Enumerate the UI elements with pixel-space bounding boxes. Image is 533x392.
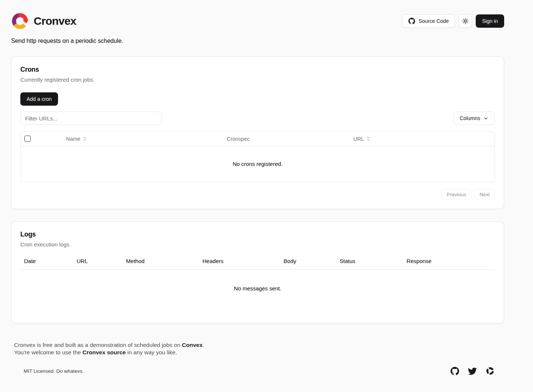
column-header-url[interactable]: URL [350, 132, 495, 146]
logs-column-url: URL [73, 256, 123, 270]
column-header-name[interactable]: Name [62, 132, 223, 146]
footer-bottom: MIT Licensed. Do whatevs. [14, 367, 504, 375]
logs-column-date: Date [20, 256, 73, 270]
brand: Cronvex [11, 12, 76, 30]
twitter-link[interactable] [468, 367, 477, 375]
twitter-icon [468, 367, 477, 375]
cronspec-column-label: Cronspec [227, 136, 249, 142]
crons-empty-row: No crons registered. [21, 146, 495, 182]
theme-toggle-button[interactable] [459, 14, 472, 28]
crons-card: Crons Currently registered cron jobs. Ad… [11, 57, 504, 209]
header-actions: Source Code Sign in [402, 14, 504, 28]
crons-empty-message: No crons registered. [21, 146, 495, 182]
social-links [451, 367, 495, 375]
sun-icon [462, 18, 469, 24]
footer-text: in any way you like. [126, 349, 177, 355]
footer-line-1: Cronvex is free and built as a demonstra… [14, 341, 504, 349]
github-icon [451, 367, 459, 375]
sort-chevrons-icon [366, 136, 371, 141]
app-title: Cronvex [34, 15, 76, 27]
logs-header-row: Date URL Method Headers Body Status Resp… [20, 256, 495, 270]
logs-description: Cron execution logs. [20, 241, 495, 248]
column-header-cronspec: Cronspec [223, 132, 349, 146]
logs-column-method: Method [122, 256, 199, 270]
columns-dropdown-button[interactable]: Columns [454, 112, 495, 125]
crons-description: Currently registered cron jobs. [20, 76, 495, 83]
logs-column-body: Body [280, 256, 336, 270]
sign-in-button[interactable]: Sign in [476, 14, 504, 28]
footer: Cronvex is free and built as a demonstra… [11, 341, 504, 375]
crons-pagination: Previous Next [20, 189, 495, 200]
tagline: Send http requests on a periodic schedul… [11, 38, 504, 44]
url-column-label: URL [353, 136, 364, 142]
convex-icon [486, 367, 495, 375]
logs-column-response: Response [403, 256, 495, 270]
convex-link[interactable]: Convex [182, 342, 203, 348]
source-code-label: Source Code [418, 18, 449, 24]
chevron-down-icon [483, 116, 489, 121]
source-code-button[interactable]: Source Code [402, 14, 455, 28]
footer-text: You're welcome to use the [14, 349, 82, 355]
crons-header-row: Name Cronspec [21, 132, 495, 146]
filter-urls-input[interactable] [20, 112, 162, 125]
logs-table: Date URL Method Headers Body Status Resp… [20, 256, 495, 314]
github-link[interactable] [451, 367, 459, 375]
sort-chevrons-icon [82, 136, 87, 141]
footer-text: Cronvex is free and built as a demonstra… [14, 342, 182, 348]
add-cron-button[interactable]: Add a cron [20, 92, 58, 106]
logs-empty-row: No messages sent. [20, 270, 495, 315]
github-icon [408, 18, 415, 24]
columns-label: Columns [460, 115, 480, 121]
crons-title: Crons [20, 66, 495, 74]
crons-toolbar: Columns [20, 112, 495, 125]
cronvex-logo-icon [11, 12, 29, 30]
page: Cronvex Source Code Sign in Send http re… [11, 0, 504, 375]
logs-title: Logs [20, 231, 495, 238]
next-page-button[interactable]: Next [474, 189, 495, 200]
logs-column-status: Status [336, 256, 403, 270]
cronvex-source-link[interactable]: Cronvex source [82, 349, 126, 355]
logs-empty-message: No messages sent. [20, 270, 495, 315]
previous-page-button[interactable]: Previous [442, 189, 472, 200]
logs-card: Logs Cron execution logs. Date URL Metho… [11, 221, 504, 324]
license-text: MIT Licensed. Do whatevs. [24, 368, 84, 374]
crons-table: Name Cronspec [20, 132, 495, 182]
logs-column-headers: Headers [199, 256, 280, 270]
convex-link-icon[interactable] [486, 367, 495, 375]
top-bar: Cronvex Source Code Sign in [11, 0, 504, 30]
name-column-label: Name [66, 136, 81, 142]
footer-line-2: You're welcome to use the Cronvex source… [14, 349, 504, 356]
select-all-checkbox[interactable] [24, 136, 31, 142]
footer-text: . [203, 342, 204, 348]
